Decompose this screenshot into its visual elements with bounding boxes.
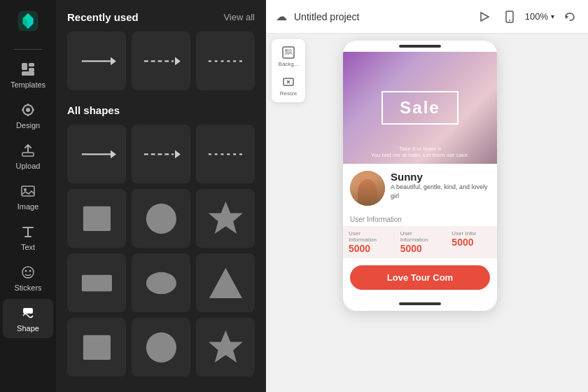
shape-arrow-line-recent[interactable] <box>67 31 126 90</box>
svg-point-16 <box>29 270 31 272</box>
recently-used-grid <box>67 31 255 90</box>
shape-dashed-arrow[interactable] <box>132 125 190 183</box>
shape-dashed-line[interactable] <box>196 125 255 183</box>
sidebar-item-stickers[interactable]: Stickers <box>3 258 53 298</box>
background-tool-label: Backg... <box>279 61 299 67</box>
svg-point-15 <box>25 270 27 272</box>
svg-rect-4 <box>22 71 34 76</box>
sidebar-item-image[interactable]: Image <box>3 177 53 216</box>
project-title[interactable]: Untitled project <box>294 11 469 22</box>
home-indicator <box>399 302 441 305</box>
design-icon <box>20 102 36 118</box>
stat-value-0: 5000 <box>349 243 388 254</box>
phone-preview-button[interactable] <box>500 7 519 27</box>
shape-icon <box>20 304 36 321</box>
sidebar-item-stickers-label: Stickers <box>14 284 41 292</box>
profile-name: Sunny <box>391 171 490 183</box>
recently-used-title: Recently used <box>67 11 139 23</box>
shape-circle-2[interactable] <box>132 318 190 377</box>
shape-oval[interactable] <box>132 253 190 312</box>
svg-marker-36 <box>481 13 489 21</box>
phone-mockup: Sale Take it or leave it You had me at h… <box>343 41 497 311</box>
shape-wide-rect[interactable] <box>67 253 126 312</box>
stat-label-2: User Infor <box>451 230 491 237</box>
svg-marker-39 <box>566 15 568 19</box>
svg-marker-35 <box>208 330 242 362</box>
canvas-main[interactable]: Sale Take it or leave it You had me at h… <box>266 34 588 392</box>
all-shapes-grid <box>67 125 255 377</box>
shape-dashed-line-recent[interactable] <box>196 31 255 90</box>
svg-rect-2 <box>29 63 34 66</box>
sidebar-item-shape[interactable]: Shape <box>3 299 53 338</box>
app-logo <box>14 7 42 35</box>
canvas-area: ☁ Untitled project 100% ▾ <box>266 0 588 392</box>
profile-info: Sunny A beautiful, gentle, kind, and lov… <box>391 171 490 200</box>
undo-button[interactable] <box>560 7 580 27</box>
stat-value-1: 5000 <box>400 243 440 254</box>
topbar-actions: 100% ▾ <box>475 7 580 27</box>
canvas-topbar: ☁ Untitled project 100% ▾ <box>266 0 588 34</box>
resize-tool-label: Resize <box>280 90 297 97</box>
stat-cell-0: User Information 5000 <box>343 226 395 258</box>
sale-box: Sale <box>382 91 458 125</box>
phone-stats: User Information 5000 User Information 5… <box>343 226 497 258</box>
svg-point-14 <box>22 267 34 278</box>
shape-arrow-line[interactable] <box>67 125 126 183</box>
hero-caption-bottom: You had me at hello. Let them eat cake. <box>343 152 497 158</box>
shape-rectangle-2[interactable] <box>67 318 126 377</box>
sidebar-item-design[interactable]: Design <box>3 96 53 135</box>
svg-marker-29 <box>208 201 242 233</box>
stat-cell-1: User Information 5000 <box>395 226 447 258</box>
svg-rect-11 <box>22 153 34 156</box>
avatar <box>350 171 385 206</box>
play-button[interactable] <box>475 7 494 27</box>
svg-rect-12 <box>22 186 34 196</box>
svg-marker-23 <box>111 150 116 158</box>
upload-icon <box>20 142 36 159</box>
shape-star[interactable] <box>196 189 255 248</box>
cta-button[interactable]: Love Tour Com <box>350 265 490 290</box>
shape-rectangle[interactable] <box>67 189 126 248</box>
svg-marker-25 <box>175 150 181 158</box>
view-all-link[interactable]: View all <box>223 12 255 22</box>
zoom-label: 100% <box>525 11 548 22</box>
svg-rect-27 <box>83 206 110 230</box>
resize-tool-button[interactable]: Resize <box>274 71 302 99</box>
svg-point-13 <box>24 188 27 191</box>
shape-circle[interactable] <box>132 189 190 248</box>
stat-cell-2: User Infor 5000 <box>446 226 497 258</box>
hero-caption: Take it or leave it You had me at hello.… <box>343 146 497 158</box>
phone-bottom <box>343 297 497 311</box>
sale-text: Sale <box>400 98 440 117</box>
sidebar-item-templates[interactable]: Templates <box>3 55 53 94</box>
stat-value-2: 5000 <box>451 237 491 248</box>
phone-notch-bar <box>399 45 441 48</box>
shape-star-2[interactable] <box>196 318 255 377</box>
sidebar-item-upload-label: Upload <box>16 162 41 170</box>
cta-label: Love Tour Com <box>387 272 453 283</box>
sidebar-divider <box>14 49 42 50</box>
zoom-chevron-icon: ▾ <box>551 13 554 20</box>
svg-point-28 <box>146 203 176 233</box>
sidebar-item-text[interactable]: Text <box>3 218 53 257</box>
svg-point-42 <box>286 49 288 51</box>
recently-used-header: Recently used View all <box>67 11 255 23</box>
svg-point-31 <box>146 272 176 293</box>
sidebar-item-text-label: Text <box>21 243 35 251</box>
svg-rect-3 <box>29 68 34 71</box>
user-info-label: User Information <box>343 213 497 226</box>
shape-dashed-arrow-recent[interactable] <box>132 31 190 90</box>
background-tool-button[interactable]: Backg... <box>274 42 302 70</box>
svg-marker-20 <box>175 57 181 65</box>
sidebar-item-templates-label: Templates <box>10 80 46 89</box>
sidebar-item-image-label: Image <box>18 202 39 211</box>
templates-icon <box>20 61 36 78</box>
sidebar-item-upload[interactable]: Upload <box>3 136 53 176</box>
profile-description: A beautiful, gentle, kind, and lovely gi… <box>391 183 490 200</box>
sidebar-item-design-label: Design <box>16 121 40 130</box>
hero-caption-top: Take it or leave it <box>343 146 497 152</box>
stat-label-1: User Information <box>400 230 440 243</box>
shape-triangle[interactable] <box>196 253 255 312</box>
zoom-control[interactable]: 100% ▾ <box>525 11 554 22</box>
phone-notch <box>343 41 497 52</box>
